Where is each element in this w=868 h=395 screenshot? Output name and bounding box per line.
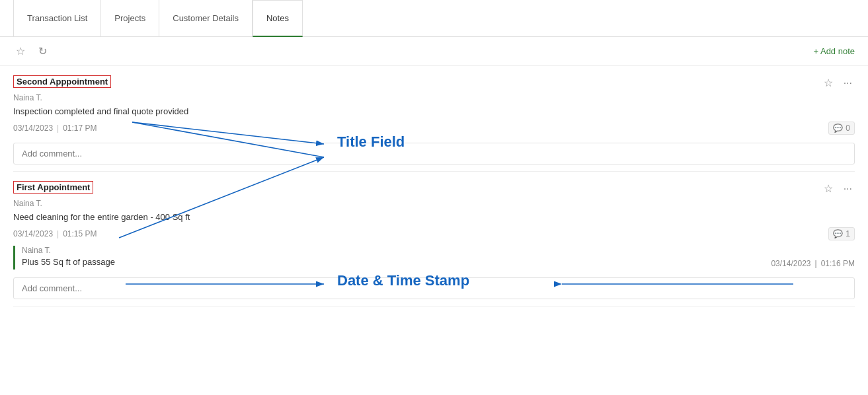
note-1-comment-count: 💬 0 bbox=[828, 122, 855, 135]
note-1-timestamp: 03/14/2023 | 01:17 PM bbox=[13, 124, 97, 133]
note-2-footer: 03/14/2023 | 01:15 PM 💬 1 bbox=[13, 227, 855, 240]
toolbar: ☆ ↻ + Add note bbox=[0, 37, 868, 66]
tab-transaction-list[interactable]: Transaction List bbox=[13, 0, 101, 37]
star-icon-toolbar[interactable]: ☆ bbox=[13, 44, 28, 59]
note-1-comment-icon: 💬 bbox=[833, 124, 843, 133]
note-1-footer: 03/14/2023 | 01:17 PM 💬 0 bbox=[13, 122, 855, 135]
toolbar-left: ☆ ↻ bbox=[13, 44, 50, 59]
note-2-add-comment-input[interactable] bbox=[13, 277, 855, 299]
note-2-actions: ☆ ··· bbox=[821, 181, 855, 196]
tab-customer-details[interactable]: Customer Details bbox=[159, 0, 253, 37]
tabs-bar: Transaction List Projects Customer Detai… bbox=[0, 0, 868, 37]
note-1-author: Naina T. bbox=[13, 93, 855, 102]
note-1-title: Second Apppointment bbox=[13, 75, 111, 88]
comment-thread-1: Naina T. Plus 55 Sq ft of passage 03/14/… bbox=[13, 246, 855, 269]
tab-notes[interactable]: Notes bbox=[253, 0, 303, 37]
comment-1-body: Plus 55 Sq ft of passage bbox=[22, 257, 115, 267]
comment-1-timestamp: 03/14/2023 | 01:16 PM bbox=[771, 259, 855, 268]
note-2-comment-icon: 💬 bbox=[833, 229, 843, 238]
note-2-header: First Appointment ☆ ··· bbox=[13, 181, 855, 196]
note-1-body: Inspection completed and final quote pro… bbox=[13, 106, 855, 116]
note-2-author: Naina T. bbox=[13, 199, 855, 208]
note-2-title: First Appointment bbox=[13, 181, 93, 194]
note-2-sep: | bbox=[57, 229, 59, 238]
note-1-actions: ☆ ··· bbox=[821, 75, 855, 90]
note-1-more-icon[interactable]: ··· bbox=[841, 76, 855, 90]
note-card-2: First Appointment ☆ ··· Naina T. Need cl… bbox=[13, 172, 855, 306]
tab-projects[interactable]: Projects bbox=[101, 0, 159, 37]
note-1-sep: | bbox=[57, 124, 59, 133]
note-1-header: Second Apppointment ☆ ··· bbox=[13, 75, 855, 90]
note-2-time: 01:15 PM bbox=[63, 229, 97, 238]
note-2-date: 03/14/2023 bbox=[13, 229, 53, 238]
comment-1-meta: Plus 55 Sq ft of passage 03/14/2023 | 01… bbox=[22, 257, 855, 269]
note-2-more-icon[interactable]: ··· bbox=[841, 182, 855, 196]
note-1-star-icon[interactable]: ☆ bbox=[821, 75, 836, 90]
note-1-time: 01:17 PM bbox=[63, 124, 97, 133]
note-card-1: Second Apppointment ☆ ··· Naina T. Inspe… bbox=[13, 66, 855, 172]
comment-1-date: 03/14/2023 bbox=[771, 259, 810, 268]
add-note-button[interactable]: + Add note bbox=[813, 46, 855, 56]
note-1-add-comment-input[interactable] bbox=[13, 143, 855, 164]
note-2-comment-count: 💬 1 bbox=[828, 227, 855, 240]
comment-1-time: 01:16 PM bbox=[821, 259, 855, 268]
note-1-date: 03/14/2023 bbox=[13, 124, 53, 133]
note-2-timestamp: 03/14/2023 | 01:15 PM bbox=[13, 229, 97, 238]
notes-container: Second Apppointment ☆ ··· Naina T. Inspe… bbox=[0, 66, 868, 320]
comment-1-sep: | bbox=[815, 259, 817, 268]
comment-1-author: Naina T. bbox=[22, 246, 855, 255]
note-2-star-icon[interactable]: ☆ bbox=[821, 181, 836, 196]
note-2-count-value: 1 bbox=[846, 229, 850, 238]
note-1-count-value: 0 bbox=[846, 124, 850, 133]
refresh-icon-toolbar[interactable]: ↻ bbox=[36, 44, 50, 59]
note-2-body: Need cleaning for the entire garden - 40… bbox=[13, 212, 855, 222]
